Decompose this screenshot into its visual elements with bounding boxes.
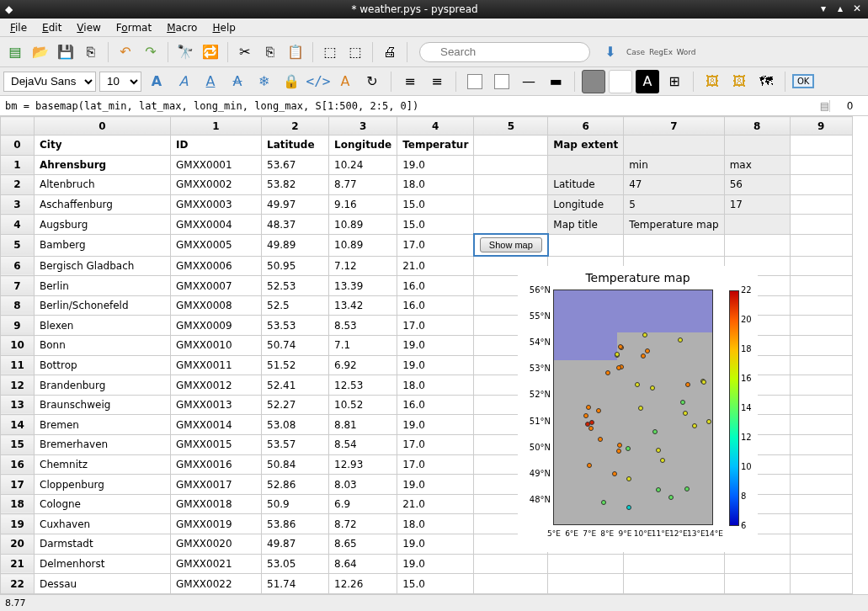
cell[interactable]: GMXX0010 bbox=[171, 336, 262, 356]
cell[interactable] bbox=[790, 175, 852, 195]
cell[interactable]: GMXX0011 bbox=[171, 355, 262, 375]
maximize-button[interactable]: ▴ bbox=[834, 3, 846, 15]
cell[interactable]: GMXX0015 bbox=[171, 435, 262, 455]
cell[interactable]: 17.0 bbox=[397, 454, 474, 475]
sort-desc-icon[interactable]: ⬚ bbox=[343, 40, 367, 64]
cell[interactable] bbox=[548, 574, 624, 594]
row-header[interactable]: 11 bbox=[1, 355, 35, 375]
cell[interactable] bbox=[548, 554, 624, 574]
cell[interactable]: Darmstadt bbox=[35, 534, 171, 555]
cell[interactable]: 10.52 bbox=[329, 395, 397, 415]
fill-white-icon[interactable] bbox=[609, 70, 632, 93]
cell[interactable]: Map extent bbox=[548, 135, 624, 156]
cell[interactable]: GMXX0003 bbox=[171, 194, 262, 215]
new-icon[interactable]: ▤ bbox=[3, 40, 27, 64]
row-header[interactable]: 21 bbox=[1, 554, 35, 574]
cell[interactable]: 10.24 bbox=[329, 155, 397, 175]
cell[interactable] bbox=[724, 574, 790, 594]
cell[interactable]: 5 bbox=[624, 194, 725, 215]
cell[interactable]: 52.53 bbox=[262, 276, 329, 296]
row-header[interactable]: 17 bbox=[1, 475, 35, 495]
cell[interactable]: GMXX0001 bbox=[171, 155, 262, 175]
cell[interactable]: Show map bbox=[474, 234, 548, 256]
cell[interactable]: 21.0 bbox=[397, 494, 474, 514]
ok-badge[interactable]: OK bbox=[792, 74, 814, 88]
cell[interactable] bbox=[790, 395, 852, 415]
cell[interactable]: 50.74 bbox=[262, 336, 329, 356]
underline-icon[interactable]: A bbox=[199, 70, 222, 93]
map-icon[interactable]: 🗺 bbox=[754, 70, 778, 93]
undo-icon[interactable]: ↶ bbox=[114, 40, 137, 64]
cell[interactable]: 56 bbox=[724, 175, 790, 195]
cell[interactable]: Altenbruch bbox=[35, 175, 171, 195]
cell[interactable] bbox=[724, 135, 790, 156]
regex-toggle[interactable]: RegEx bbox=[649, 40, 673, 64]
cell[interactable] bbox=[548, 234, 624, 256]
cell[interactable]: Berlin/Schonefeld bbox=[35, 295, 171, 316]
cell[interactable]: 19.0 bbox=[397, 415, 474, 435]
cell[interactable]: 47 bbox=[624, 175, 725, 195]
cell[interactable] bbox=[790, 494, 852, 514]
col-header-1[interactable]: 1 bbox=[171, 117, 262, 135]
cell[interactable]: GMXX0020 bbox=[171, 534, 262, 555]
cell[interactable]: 7.1 bbox=[329, 336, 397, 356]
cell[interactable]: 8.53 bbox=[329, 316, 397, 336]
cell[interactable] bbox=[790, 475, 852, 495]
cell[interactable]: 8.03 bbox=[329, 475, 397, 495]
cell[interactable]: 52.41 bbox=[262, 375, 329, 396]
cell[interactable]: GMXX0008 bbox=[171, 295, 262, 316]
cell[interactable]: 19.0 bbox=[397, 475, 474, 495]
cell[interactable] bbox=[790, 155, 852, 175]
cell[interactable] bbox=[790, 415, 852, 435]
cell[interactable] bbox=[548, 155, 624, 175]
cut-icon[interactable]: ✂ bbox=[233, 40, 257, 64]
cell[interactable]: 49.97 bbox=[262, 194, 329, 215]
menu-file[interactable]: File bbox=[3, 20, 34, 35]
spreadsheet-grid[interactable]: 0123456789 0CityIDLatitudeLongitudeTempe… bbox=[0, 116, 868, 594]
freeze-icon[interactable]: ❄ bbox=[253, 70, 276, 93]
col-header-8[interactable]: 8 bbox=[724, 117, 790, 135]
cell[interactable]: 15.0 bbox=[397, 215, 474, 235]
close-button[interactable]: ✕ bbox=[851, 3, 863, 15]
italic-icon[interactable]: A bbox=[172, 70, 195, 93]
cell[interactable]: Bonn bbox=[35, 336, 171, 356]
cell[interactable]: Chemnitz bbox=[35, 454, 171, 475]
cell[interactable]: GMXX0012 bbox=[171, 375, 262, 396]
cell[interactable]: 9.16 bbox=[329, 194, 397, 215]
copy-icon[interactable]: ⎘ bbox=[258, 40, 282, 64]
border-outer-icon[interactable] bbox=[490, 70, 514, 93]
col-header-9[interactable]: 9 bbox=[790, 117, 852, 135]
cell[interactable]: Bergisch Gladbach bbox=[35, 256, 171, 276]
align-top-icon[interactable]: ≡ bbox=[425, 70, 449, 93]
redo-icon[interactable]: ↷ bbox=[139, 40, 162, 64]
cell[interactable]: Bremen bbox=[35, 415, 171, 435]
search-down-icon[interactable]: ⬇ bbox=[599, 40, 622, 64]
col-header-2[interactable]: 2 bbox=[262, 117, 329, 135]
save-icon[interactable]: 💾 bbox=[54, 40, 77, 64]
cell[interactable] bbox=[790, 375, 852, 396]
cell[interactable]: min bbox=[624, 155, 725, 175]
word-toggle[interactable]: Word bbox=[674, 40, 698, 64]
cell[interactable] bbox=[724, 215, 790, 235]
cell[interactable]: Longitude bbox=[548, 194, 624, 215]
menu-help[interactable]: Help bbox=[205, 20, 242, 35]
cell[interactable]: 17 bbox=[724, 194, 790, 215]
row-header[interactable]: 2 bbox=[1, 175, 35, 195]
cell[interactable]: 12.26 bbox=[329, 574, 397, 594]
cell[interactable] bbox=[474, 194, 548, 215]
cell[interactable] bbox=[790, 454, 852, 475]
cell[interactable]: 8.54 bbox=[329, 435, 397, 455]
cell[interactable]: 53.67 bbox=[262, 155, 329, 175]
cell[interactable]: 53.86 bbox=[262, 514, 329, 534]
row-header[interactable]: 13 bbox=[1, 395, 35, 415]
row-header[interactable]: 4 bbox=[1, 215, 35, 235]
cell[interactable]: Braunschweig bbox=[35, 395, 171, 415]
cell[interactable]: 52.86 bbox=[262, 475, 329, 495]
cell[interactable]: GMXX0005 bbox=[171, 234, 262, 256]
text-black-icon[interactable]: A bbox=[636, 70, 659, 93]
cell[interactable]: GMXX0017 bbox=[171, 475, 262, 495]
cell[interactable]: Cologne bbox=[35, 494, 171, 514]
cell[interactable] bbox=[624, 574, 725, 594]
cell[interactable]: 6.9 bbox=[329, 494, 397, 514]
cell[interactable]: 48.37 bbox=[262, 215, 329, 235]
